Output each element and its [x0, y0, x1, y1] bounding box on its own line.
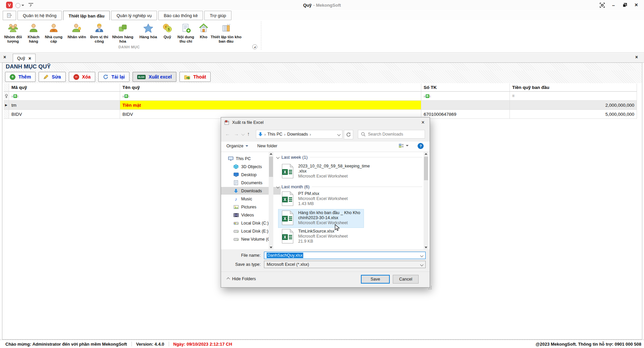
address-bar[interactable]: › This PC › Downloads ›: [256, 130, 342, 139]
column-header-so-tk[interactable]: Số TK: [421, 84, 510, 92]
scroll-up-icon[interactable]: [425, 153, 427, 155]
hide-folders-button[interactable]: Hide Folders: [227, 277, 256, 281]
tabstrip-close-right-button[interactable]: ×: [635, 55, 638, 59]
delete-button[interactable]: − Xóa: [69, 72, 96, 82]
add-button[interactable]: + Thêm: [5, 72, 36, 82]
ribbon-item-don-vi-thi-cong[interactable]: Đơn vị thi công: [89, 21, 109, 44]
close-button[interactable]: ×: [632, 1, 641, 9]
document-tab-close-icon[interactable]: ×: [29, 56, 31, 61]
view-options-button[interactable]: [399, 143, 409, 148]
file-name-label: File name:: [224, 253, 261, 258]
reload-button[interactable]: Tải lại: [98, 72, 129, 82]
up-icon[interactable]: ↑: [247, 131, 250, 137]
quick-access-circle-icon[interactable]: [15, 3, 20, 8]
breadcrumb-this-pc[interactable]: This PC: [267, 132, 282, 137]
file-type: Microsoft Excel Worksheet: [298, 174, 370, 179]
scrollbar-thumb[interactable]: [424, 157, 428, 180]
combo-chevron-icon[interactable]: [420, 263, 424, 266]
minimize-button[interactable]: –: [609, 1, 618, 9]
filter-cell-ten-quy[interactable]: aBc: [120, 92, 421, 101]
list-item[interactable]: X PT PM.xlsx Microsoft Excel Worksheet 1…: [279, 191, 424, 207]
ribbon-group-expand-button[interactable]: ◢: [252, 44, 257, 49]
organize-button[interactable]: Organize: [226, 144, 248, 148]
export-excel-button[interactable]: XLSX Xuất excel: [132, 72, 176, 82]
sidebar-scrollbar[interactable]: [269, 152, 273, 249]
sidebar-item-label: Documents: [241, 181, 262, 185]
ribbon-item-nha-cung-cap[interactable]: Nhà cung cấp: [43, 21, 64, 44]
search-input[interactable]: Search Downloads: [358, 130, 425, 139]
ribbon-tab-quan-ly-nghiep-vu[interactable]: Quản lý nghiệp vụ: [111, 11, 157, 20]
cell-ten-quy[interactable]: Tiền mặt: [120, 101, 421, 110]
ribbon-tab-thiet-lap-ban-dau[interactable]: Thiết lập ban đầu: [63, 11, 110, 21]
resize-grip[interactable]: [428, 286, 429, 287]
file-list-scrollbar[interactable]: [424, 152, 428, 249]
tabstrip-close-left-button[interactable]: ×: [3, 55, 6, 59]
ribbon-item-nhan-vien[interactable]: Nhân viên: [64, 21, 89, 39]
cell-tien-quy[interactable]: 2,000,000,000: [510, 101, 637, 110]
cell-tien-quy[interactable]: 5,000,000,000: [510, 110, 637, 119]
group-header-last-month[interactable]: Last month (6): [277, 184, 422, 189]
refresh-button[interactable]: [344, 130, 353, 139]
app-window: V Quỹ - MekongSoft – × Quản trị hệ thống…: [0, 0, 644, 348]
list-item[interactable]: X Hàng tồn kho ban đầu _ Kho Kho chính20…: [279, 210, 424, 227]
column-header-tien-quy[interactable]: Tiền quỹ ban đầu: [510, 84, 637, 92]
list-item[interactable]: X TimLinkSource.xlsx Microsoft Excel Wor…: [279, 229, 424, 245]
scrollbar-thumb[interactable]: [269, 157, 273, 177]
ribbon-item-noi-dung-thu-chi[interactable]: Nội dung thu chi: [174, 21, 197, 44]
cancel-button[interactable]: Cancel: [393, 275, 419, 284]
ribbon-item-khach-hang[interactable]: Khách hàng: [24, 21, 43, 44]
green-squares-icon: [117, 22, 128, 35]
quick-access-dropdown-icon[interactable]: [21, 5, 24, 6]
ribbon-tab-quan-tri-he-thong[interactable]: Quản trị hệ thống: [17, 11, 62, 20]
column-header-ten-quy[interactable]: Tên quỹ: [120, 84, 421, 92]
group-header-last-week[interactable]: Last week (1): [277, 155, 422, 160]
ribbon-item-label: Thiết lập tồn kho ban đầu: [210, 35, 242, 44]
cell-so-tk[interactable]: [421, 101, 510, 110]
edit-button[interactable]: Sửa: [39, 72, 65, 82]
address-dropdown-chevron-icon[interactable]: [337, 133, 341, 136]
group-collapse-chevron-icon: [276, 156, 280, 159]
restore-button[interactable]: [621, 1, 629, 9]
forward-icon[interactable]: →: [234, 131, 239, 137]
this-pc-icon: [228, 156, 233, 161]
scroll-down-icon[interactable]: [425, 247, 427, 248]
chevron-up-icon: [227, 277, 230, 281]
ribbon-item-kho[interactable]: Kho: [197, 21, 210, 39]
group-collapse-chevron-icon: [276, 185, 280, 189]
help-button[interactable]: ?: [418, 143, 424, 149]
recent-locations-chevron-icon[interactable]: [241, 133, 245, 136]
new-folder-button[interactable]: New folder: [257, 144, 277, 148]
filter-cell-ma-quy[interactable]: aBc: [9, 92, 120, 101]
cell-ma-quy[interactable]: BIDV: [9, 110, 120, 119]
cell-ma-quy[interactable]: tm: [9, 101, 120, 110]
file-name: TimLinkSource.xlsx: [298, 229, 348, 234]
back-icon[interactable]: ←: [225, 131, 230, 137]
combo-chevron-icon[interactable]: [420, 254, 424, 257]
application-menu-button[interactable]: [3, 11, 16, 20]
file-name-input[interactable]: DanhSachQuy.xlsx: [264, 252, 426, 259]
customize-toolbar-icon[interactable]: [28, 3, 34, 7]
breadcrumb-downloads[interactable]: Downloads: [287, 132, 308, 137]
document-tab-quy[interactable]: Quỹ ×: [13, 54, 36, 62]
exit-button[interactable]: Thoát: [179, 72, 211, 82]
scroll-down-icon[interactable]: [270, 247, 272, 248]
save-button[interactable]: Save: [361, 275, 390, 284]
ribbon-tab-bao-cao-thong-ke[interactable]: Báo cáo thống kê: [158, 11, 203, 20]
ribbon-item-thiet-lap-ton-kho[interactable]: →← Thiết lập tồn kho ban đầu: [210, 21, 242, 44]
filter-cell-so-tk[interactable]: aBc: [421, 92, 510, 101]
filter-cell-tien-quy[interactable]: =: [510, 92, 637, 101]
ribbon-item-nhom-doi-tuong[interactable]: Nhóm đối tượng: [2, 21, 24, 44]
column-header-ma-quy[interactable]: Mã quỹ: [9, 84, 120, 92]
cell-so-tk[interactable]: 6701000647869: [421, 110, 510, 119]
fit-screen-button[interactable]: [598, 1, 606, 9]
ribbon-item-quy[interactable]: €$ Quỹ: [160, 21, 174, 39]
ribbon-item-hang-hoa[interactable]: Hàng hóa: [136, 21, 160, 39]
ribbon-tab-tro-giup[interactable]: Trợ giúp: [204, 11, 231, 20]
ribbon-item-nhom-hang-hoa[interactable]: Nhóm hàng hóa: [109, 21, 136, 44]
table-row[interactable]: ▶ tm Tiền mặt 2,000,000,000: [4, 101, 639, 110]
sidebar-item-this-pc[interactable]: This PC: [221, 155, 275, 162]
save-as-type-select[interactable]: Microsoft Excel (*.xlsx): [264, 261, 426, 268]
scroll-up-icon[interactable]: [270, 153, 272, 155]
dialog-close-button[interactable]: ×: [418, 118, 428, 127]
list-item[interactable]: X 2023_10_02_09_59_58_keeping_time .xlsx…: [279, 163, 424, 180]
